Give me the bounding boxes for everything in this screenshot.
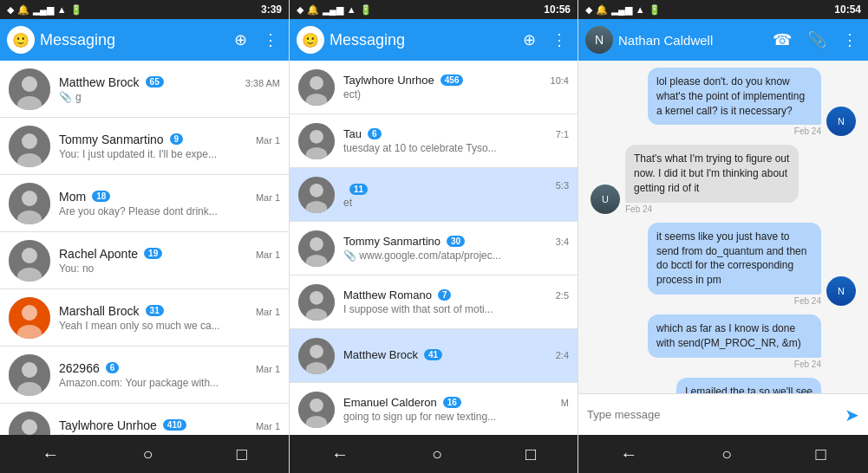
preview-text: You: no [59, 262, 94, 275]
back-button-2[interactable]: ← [314, 437, 366, 471]
unread-badge: 6 [106, 362, 120, 373]
compose-button-2[interactable]: ⊕ [519, 27, 539, 53]
conv-body: Matthew Brock 65 3:38 AM 📎 g [59, 75, 280, 103]
svg-point-37 [310, 290, 323, 304]
thread-time: 2:5 [556, 290, 569, 301]
home-button-2[interactable]: ○ [414, 437, 460, 471]
conversation-item[interactable]: Rachel Aponte 19 Mar 1 You: no [0, 232, 289, 289]
contact-avatar: N [585, 26, 613, 54]
thread-item[interactable]: Matthew Brock 41 2:4 [290, 329, 578, 383]
conversation-item[interactable]: Tommy Sanmartino 9 Mar 1 You: I just upd… [0, 118, 289, 175]
signal-icon: ▂▄▆ [33, 4, 54, 16]
compose-button-1[interactable]: ⊕ [231, 27, 251, 53]
back-button-3[interactable]: ← [603, 437, 655, 471]
thread-item[interactable]: Emanuel Calderon 16 M going to sign up f… [290, 383, 578, 435]
thread-header: Tau 6 7:1 [343, 127, 569, 140]
thread-item[interactable]: 11 5:3 et [290, 168, 578, 222]
message-row: it seems like you just have to send from… [585, 223, 861, 306]
conversation-item[interactable]: 262966 6 Mar 1 Amazon.com: Your package … [0, 347, 289, 404]
app-title-2: Messaging [330, 31, 514, 49]
conversation-item[interactable]: Marshall Brock 31 Mar 1 Yeah I mean only… [0, 289, 289, 347]
conv-time: Mar 1 [256, 135, 280, 146]
thread-body: Matthew Brock 41 2:4 [343, 348, 569, 363]
back-button-1[interactable]: ← [24, 437, 76, 471]
conv-header: Mom 18 Mar 1 [59, 190, 280, 204]
message-row: lol please don't. do you know what's the… [585, 68, 861, 136]
thread-badge: 7 [438, 289, 452, 301]
recents-button-3[interactable]: □ [799, 437, 844, 471]
recipient-avatar: U [591, 185, 620, 214]
recents-button-2[interactable]: □ [508, 437, 553, 471]
thread-header: Tommy Sanmartino 30 3:4 [343, 235, 569, 248]
phone-button[interactable]: ☎ [769, 27, 795, 53]
toolbar-actions-1: ⊕ ⋮ [231, 27, 282, 53]
svg-point-40 [310, 344, 323, 358]
conv-time: Mar 1 [256, 421, 280, 431]
send-button[interactable]: ➤ [845, 405, 859, 425]
thread-avatar [298, 177, 335, 213]
conv-time: 3:38 AM [245, 78, 280, 88]
conv-avatar [9, 411, 50, 436]
notification-icon-2: 🔔 [307, 4, 319, 16]
wifi-icon-3: ▲ [636, 4, 645, 15]
thread-item[interactable]: Tommy Sanmartino 30 3:4 📎 www.google.com… [290, 222, 578, 275]
chat-toolbar: N Nathan Caldwell ☎ 📎 ⋮ [578, 19, 868, 61]
msg-date: Feb 24 [648, 126, 821, 136]
thread-time: M [561, 398, 569, 408]
msg-date: Feb 24 [625, 204, 799, 214]
conversation-item[interactable]: Taylwhore Unrhoe 410 Mar 1 📎 About to ta… [0, 404, 289, 435]
thread-badge: 6 [368, 128, 382, 139]
thread-item[interactable]: Matthew Romano 7 2:5 I suppose with that… [290, 275, 578, 329]
thread-body: Emanuel Calderon 16 M going to sign up f… [343, 396, 569, 423]
conversation-item[interactable]: Mom 18 Mar 1 Are you okay? Please dont d… [0, 175, 289, 232]
msg-date: Feb 24 [648, 296, 821, 306]
svg-point-43 [310, 398, 323, 411]
battery-icon-3: 🔋 [649, 4, 661, 16]
thread-preview: ect) [343, 88, 569, 100]
thread-item[interactable]: Tau 6 7:1 tuesday at 10 to celebrate Tys… [290, 114, 578, 168]
thread-name: Matthew Brock [343, 348, 418, 361]
bottom-nav-3: ← ○ □ [578, 435, 868, 473]
svg-point-31 [310, 183, 323, 197]
notification-icon: 🔔 [17, 4, 29, 16]
overflow-menu-3[interactable]: ⋮ [839, 27, 861, 53]
recents-button-1[interactable]: □ [219, 437, 264, 471]
attachment-button[interactable]: 📎 [804, 27, 830, 53]
app-title-1: Messaging [40, 31, 225, 49]
thread-header: Matthew Romano 7 2:5 [343, 288, 569, 301]
thread-time: 10:4 [551, 75, 569, 86]
thread-badge: 11 [349, 184, 368, 195]
chat-input-bar: ➤ [578, 393, 868, 435]
thread-body: Tau 6 7:1 tuesday at 10 to celebrate Tys… [343, 127, 569, 154]
thread-avatar [298, 69, 335, 106]
thread-preview: tuesday at 10 to celebrate Tyso... [343, 142, 569, 154]
home-button-3[interactable]: ○ [704, 437, 749, 471]
msg-wrapper: it seems like you just have to send from… [648, 223, 821, 306]
toolbar-1: 🙂 Messaging ⊕ ⋮ [0, 19, 289, 61]
preview-text: Amazon.com: Your package with... [59, 377, 219, 389]
conv-time: Mar 1 [256, 192, 280, 203]
bottom-nav-2: ← ○ □ [290, 435, 578, 473]
thread-header: Taylwhore Unrhoe 456 10:4 [343, 74, 569, 87]
conv-preview: 📎 g [59, 91, 280, 103]
conv-avatar [9, 183, 50, 224]
message-bubble: lol please don't. do you know what's the… [648, 68, 821, 125]
overflow-menu-1[interactable]: ⋮ [259, 27, 282, 53]
messaging-logo-1: 🙂 [7, 26, 35, 54]
preview-text: g [75, 91, 82, 103]
svg-point-16 [22, 362, 37, 378]
unread-badge: 19 [144, 248, 162, 259]
overflow-menu-2[interactable]: ⋮ [548, 27, 571, 53]
thread-item[interactable]: Taylwhore Unrhoe 456 10:4 ect) [290, 61, 578, 114]
message-input[interactable] [587, 408, 838, 421]
conversation-item[interactable]: Matthew Brock 65 3:38 AM 📎 g [0, 61, 289, 118]
conv-time: Mar 1 [256, 364, 280, 374]
toolbar-2: 🙂 Messaging ⊕ ⋮ [290, 19, 578, 61]
status-time-2: 10:56 [544, 3, 571, 16]
conv-body: Marshall Brock 31 Mar 1 Yeah I mean only… [59, 304, 280, 332]
thread-body: Matthew Romano 7 2:5 I suppose with that… [343, 288, 569, 315]
svg-point-25 [310, 75, 323, 89]
home-button-1[interactable]: ○ [125, 437, 170, 471]
bluetooth-icon-2: ◆ [297, 4, 303, 16]
preview-text: Yeah I mean only so much we ca... [59, 320, 220, 332]
